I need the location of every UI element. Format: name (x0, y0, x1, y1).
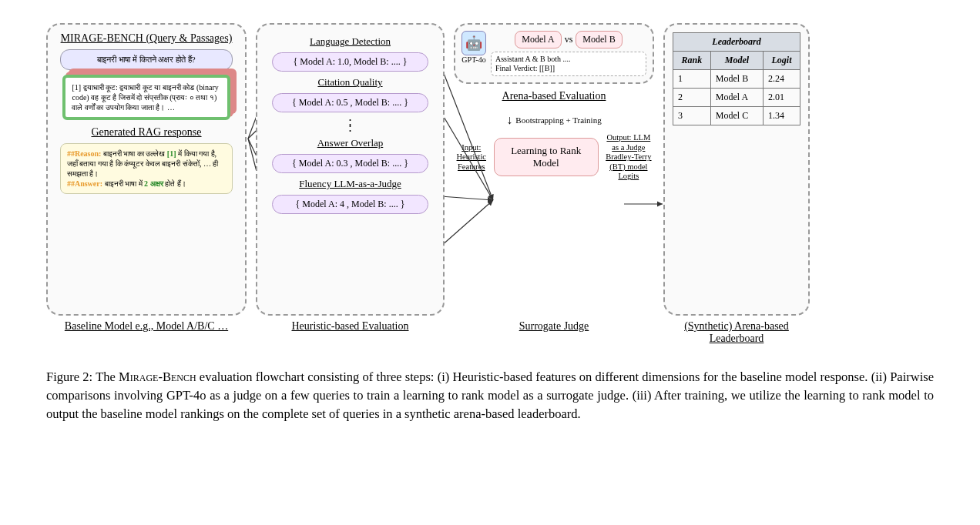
bottom-labels-row: Baseline Model e.g., Model A/B/C … Heuri… (46, 320, 934, 345)
col-logit: Logit (763, 52, 800, 70)
arrow-down-icon: ↓ (506, 113, 512, 127)
input-label: Input: Heuristic Features (454, 143, 489, 172)
ltr-box: Learning to Rank Model (494, 138, 599, 176)
leaderboard-panel: Leaderboard Rank Model Logit 1 Model B 2… (663, 23, 810, 316)
surrogate-column: 🤖 GPT-4o Model A vs Model B Assistant A … (454, 23, 654, 316)
cell-logit: 1.34 (763, 107, 800, 125)
arena-panel: 🤖 GPT-4o Model A vs Model B Assistant A … (454, 23, 654, 84)
bottom-label-1: Baseline Model e.g., Model A/B/C … (46, 320, 247, 345)
gpt-judge: 🤖 GPT-4o (461, 31, 486, 76)
col-model: Model (710, 52, 763, 70)
answer-text-1: बाइनरी भाषा में (102, 179, 144, 188)
metric-4-title: Fluency LLM-as-a-Judge (299, 178, 401, 190)
bootstrap-label: Bootstrapping + Training (515, 115, 601, 125)
cell-logit: 2.24 (763, 70, 800, 89)
arena-section-title: Arena-based Evaluation (502, 90, 606, 102)
table-row: 3 Model C 1.34 (673, 107, 800, 125)
robot-icon: 🤖 (461, 31, 486, 55)
reason-label: ##Reason: (67, 149, 101, 158)
bottom-label-2: Heuristic-based Evaluation (256, 320, 445, 345)
vs-label: vs (565, 34, 573, 45)
col-rank: Rank (673, 52, 711, 70)
diagram-row: MIRAGE-BENCH (Query & Passages) बाइनरी भ… (46, 23, 934, 316)
vs-row: Model A vs Model B (491, 31, 646, 48)
table-row: 1 Model B 2.24 (673, 70, 800, 89)
cell-rank: 1 (673, 70, 711, 89)
reason-text-1: बाइनरी भाषा का उल्लेख (101, 149, 167, 158)
cell-logit: 2.01 (763, 89, 800, 107)
answer-text-2: होते हैं। (163, 179, 186, 188)
cell-model: Model A (710, 89, 763, 107)
cell-model: Model B (710, 70, 763, 89)
input-panel-title: MIRAGE-BENCH (Query & Passages) (61, 32, 233, 45)
metric-2-value: { Model A: 0.5 , Model B: .... } (272, 93, 428, 112)
metric-1-title: Language Detection (310, 35, 391, 48)
gpt-label: GPT-4o (461, 55, 485, 64)
cell-rank: 3 (673, 107, 711, 125)
verdict-line: Final Verdict: [[B]] (495, 64, 642, 73)
output-label: Output: LLM as a Judge Bradley-Terry (BT… (603, 133, 654, 182)
answer-label: ##Answer: (67, 179, 102, 188)
caption-name: Mirage-Bench (119, 370, 196, 384)
ellipsis-icon: :: (348, 117, 351, 132)
leaderboard-header: Leaderboard (673, 33, 800, 52)
bottom-label-3: Surrogate Judge (454, 320, 654, 345)
metric-2-title: Citation Quality (317, 76, 382, 89)
metric-3-title: Answer Overlap (317, 137, 384, 149)
cell-model: Model C (710, 107, 763, 125)
cell-rank: 2 (673, 89, 711, 107)
passage-box: [1] द्वयाधारी कूट: द्वयाधारी कूट या बाइन… (62, 75, 230, 120)
response-title: Generated RAG response (91, 126, 201, 139)
table-row: 2 Model A 2.01 (673, 89, 800, 107)
metric-4-value: { Model A: 4 , Model B: .... } (272, 195, 428, 214)
verdict-box: Assistant A & B both .... Final Verdict:… (491, 52, 646, 76)
assistant-line: Assistant A & B both .... (495, 55, 642, 64)
figure-caption: Figure 2: The Mirage-Bench evaluation fl… (46, 368, 934, 423)
metric-3-value: { Model A: 0.3 , Model B: .... } (272, 154, 428, 173)
response-box: ##Reason: बाइनरी भाषा का उल्लेख [1] में … (60, 143, 233, 194)
heuristic-panel: Language Detection { Model A: 1.0, Model… (256, 23, 445, 316)
input-panel: MIRAGE-BENCH (Query & Passages) बाइनरी भ… (46, 23, 247, 316)
answer-highlight: 2 अक्षर (144, 179, 163, 188)
leaderboard-table: Leaderboard Rank Model Logit 1 Model B 2… (673, 32, 800, 125)
metric-1-value: { Model A: 1.0, Model B: .... } (272, 52, 428, 72)
citation-ref: [1] (167, 149, 176, 158)
caption-prefix: Figure 2: The (46, 370, 119, 384)
model-a-chip: Model A (515, 31, 561, 48)
model-b-chip: Model B (576, 31, 622, 48)
bottom-label-4: (Synthetic) Arena-based Leaderboard (663, 320, 810, 345)
query-box: बाइनरी भाषा में कितने अक्षर होते हैं? (60, 49, 233, 70)
